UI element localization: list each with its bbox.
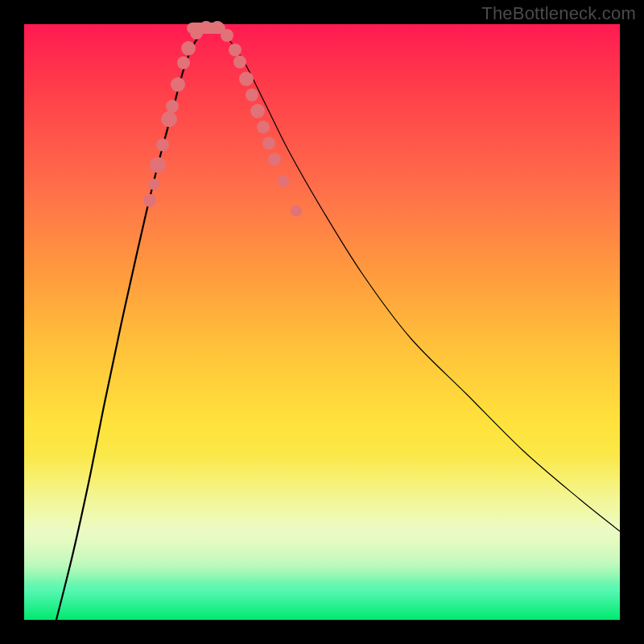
bottleneck-curve — [56, 28, 217, 620]
sample-point — [278, 175, 289, 187]
sample-point — [143, 194, 156, 207]
sample-point — [171, 77, 185, 92]
chart-svg — [24, 24, 620, 620]
sample-point — [150, 157, 166, 173]
watermark-text: TheBottleneck.com — [481, 3, 636, 24]
sample-point — [177, 56, 190, 69]
sample-point — [229, 43, 242, 56]
chart-frame: TheBottleneck.com — [0, 0, 644, 644]
sample-point — [156, 138, 169, 151]
sample-point — [233, 56, 246, 68]
sample-point — [148, 179, 159, 190]
sample-point — [250, 104, 265, 118]
sample-point — [239, 72, 254, 86]
sample-point — [268, 153, 281, 166]
sample-point — [291, 205, 302, 217]
sample-point — [262, 137, 275, 150]
sample-point — [246, 89, 258, 101]
sample-point — [166, 100, 179, 113]
sample-point — [257, 121, 270, 134]
bottleneck-curve-right — [217, 29, 620, 531]
sample-points-group — [143, 21, 302, 217]
sample-point — [161, 111, 177, 127]
sample-point — [181, 41, 196, 56]
